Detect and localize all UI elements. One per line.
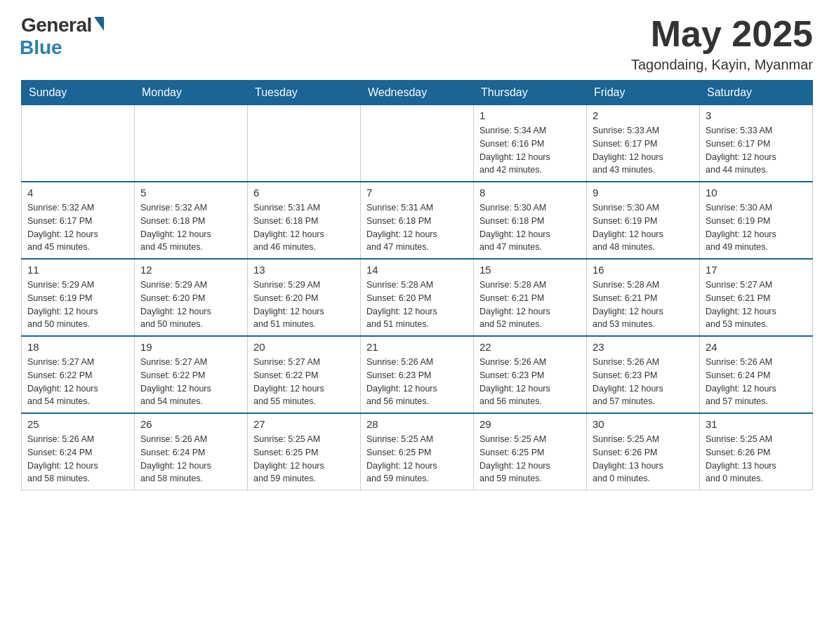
calendar-cell: 8Sunrise: 5:30 AM Sunset: 6:18 PM Daylig… xyxy=(474,182,587,259)
day-number: 24 xyxy=(706,341,807,353)
calendar-cell: 13Sunrise: 5:29 AM Sunset: 6:20 PM Dayli… xyxy=(248,259,361,336)
calendar-cell xyxy=(248,105,361,182)
calendar-cell: 19Sunrise: 5:27 AM Sunset: 6:22 PM Dayli… xyxy=(135,336,248,413)
calendar-cell: 17Sunrise: 5:27 AM Sunset: 6:21 PM Dayli… xyxy=(700,259,813,336)
calendar-cell xyxy=(22,105,135,182)
calendar-week-row: 11Sunrise: 5:29 AM Sunset: 6:19 PM Dayli… xyxy=(22,259,813,336)
day-info: Sunrise: 5:25 AM Sunset: 6:26 PM Dayligh… xyxy=(593,433,694,485)
calendar-cell: 23Sunrise: 5:26 AM Sunset: 6:23 PM Dayli… xyxy=(587,336,700,413)
day-number: 4 xyxy=(27,187,128,199)
day-info: Sunrise: 5:28 AM Sunset: 6:21 PM Dayligh… xyxy=(593,279,694,331)
day-info: Sunrise: 5:27 AM Sunset: 6:22 PM Dayligh… xyxy=(140,356,241,408)
calendar-cell: 7Sunrise: 5:31 AM Sunset: 6:18 PM Daylig… xyxy=(361,182,474,259)
day-info: Sunrise: 5:31 AM Sunset: 6:18 PM Dayligh… xyxy=(366,201,468,254)
calendar-cell: 12Sunrise: 5:29 AM Sunset: 6:20 PM Dayli… xyxy=(135,259,248,336)
calendar-week-row: 25Sunrise: 5:26 AM Sunset: 6:24 PM Dayli… xyxy=(22,413,813,490)
calendar-cell: 10Sunrise: 5:30 AM Sunset: 6:19 PM Dayli… xyxy=(700,182,813,259)
day-info: Sunrise: 5:29 AM Sunset: 6:19 PM Dayligh… xyxy=(27,279,128,331)
calendar-week-row: 18Sunrise: 5:27 AM Sunset: 6:22 PM Dayli… xyxy=(22,336,813,413)
day-info: Sunrise: 5:26 AM Sunset: 6:24 PM Dayligh… xyxy=(27,433,128,485)
calendar-cell: 26Sunrise: 5:26 AM Sunset: 6:24 PM Dayli… xyxy=(135,413,248,490)
day-number: 11 xyxy=(27,264,128,276)
day-number: 30 xyxy=(593,418,694,430)
day-info: Sunrise: 5:32 AM Sunset: 6:18 PM Dayligh… xyxy=(140,201,241,254)
day-number: 2 xyxy=(593,109,694,121)
logo-triangle-icon xyxy=(94,17,104,31)
day-info: Sunrise: 5:26 AM Sunset: 6:23 PM Dayligh… xyxy=(479,356,581,408)
day-info: Sunrise: 5:30 AM Sunset: 6:19 PM Dayligh… xyxy=(593,201,694,254)
calendar-cell: 16Sunrise: 5:28 AM Sunset: 6:21 PM Dayli… xyxy=(587,259,700,336)
calendar-cell: 27Sunrise: 5:25 AM Sunset: 6:25 PM Dayli… xyxy=(248,413,361,490)
day-number: 15 xyxy=(479,264,581,276)
day-info: Sunrise: 5:26 AM Sunset: 6:24 PM Dayligh… xyxy=(140,433,241,485)
day-info: Sunrise: 5:27 AM Sunset: 6:22 PM Dayligh… xyxy=(27,356,128,408)
logo: General Blue xyxy=(21,14,104,59)
location-text: Tagondaing, Kayin, Myanmar xyxy=(631,57,813,73)
day-info: Sunrise: 5:28 AM Sunset: 6:21 PM Dayligh… xyxy=(479,279,581,331)
day-number: 12 xyxy=(140,264,241,276)
day-info: Sunrise: 5:25 AM Sunset: 6:26 PM Dayligh… xyxy=(706,433,807,485)
day-info: Sunrise: 5:30 AM Sunset: 6:19 PM Dayligh… xyxy=(706,201,807,254)
calendar-cell: 15Sunrise: 5:28 AM Sunset: 6:21 PM Dayli… xyxy=(474,259,587,336)
calendar-week-row: 4Sunrise: 5:32 AM Sunset: 6:17 PM Daylig… xyxy=(22,182,813,259)
day-number: 10 xyxy=(706,187,807,199)
day-number: 14 xyxy=(366,264,468,276)
day-number: 9 xyxy=(593,187,694,199)
calendar-cell: 3Sunrise: 5:33 AM Sunset: 6:17 PM Daylig… xyxy=(700,105,813,182)
day-number: 27 xyxy=(253,418,355,430)
day-info: Sunrise: 5:34 AM Sunset: 6:16 PM Dayligh… xyxy=(479,124,581,177)
calendar-cell: 28Sunrise: 5:25 AM Sunset: 6:25 PM Dayli… xyxy=(361,413,474,490)
column-header-tuesday: Tuesday xyxy=(248,81,361,105)
day-info: Sunrise: 5:31 AM Sunset: 6:18 PM Dayligh… xyxy=(253,201,355,254)
day-number: 5 xyxy=(140,187,241,199)
column-header-saturday: Saturday xyxy=(700,81,813,105)
calendar-table: SundayMondayTuesdayWednesdayThursdayFrid… xyxy=(21,80,813,490)
day-number: 17 xyxy=(706,264,807,276)
column-header-friday: Friday xyxy=(587,81,700,105)
day-number: 13 xyxy=(253,264,355,276)
day-number: 18 xyxy=(27,341,128,353)
calendar-cell: 25Sunrise: 5:26 AM Sunset: 6:24 PM Dayli… xyxy=(22,413,135,490)
day-info: Sunrise: 5:26 AM Sunset: 6:23 PM Dayligh… xyxy=(366,356,468,408)
day-info: Sunrise: 5:25 AM Sunset: 6:25 PM Dayligh… xyxy=(366,433,468,485)
day-info: Sunrise: 5:33 AM Sunset: 6:17 PM Dayligh… xyxy=(706,124,807,177)
calendar-cell: 30Sunrise: 5:25 AM Sunset: 6:26 PM Dayli… xyxy=(587,413,700,490)
calendar-cell xyxy=(135,105,248,182)
calendar-cell: 29Sunrise: 5:25 AM Sunset: 6:25 PM Dayli… xyxy=(474,413,587,490)
calendar-cell: 24Sunrise: 5:26 AM Sunset: 6:24 PM Dayli… xyxy=(700,336,813,413)
day-number: 7 xyxy=(366,187,468,199)
column-header-monday: Monday xyxy=(135,81,248,105)
logo-blue-text: Blue xyxy=(20,36,62,59)
day-number: 25 xyxy=(27,418,128,430)
day-number: 22 xyxy=(479,341,581,353)
logo-general-text: General xyxy=(21,14,92,36)
calendar-header-row: SundayMondayTuesdayWednesdayThursdayFrid… xyxy=(22,81,813,105)
day-number: 8 xyxy=(479,187,581,199)
day-number: 1 xyxy=(479,109,581,121)
day-info: Sunrise: 5:30 AM Sunset: 6:18 PM Dayligh… xyxy=(479,201,581,254)
month-year-title: May 2025 xyxy=(631,14,813,54)
calendar-cell: 11Sunrise: 5:29 AM Sunset: 6:19 PM Dayli… xyxy=(22,259,135,336)
calendar-cell: 14Sunrise: 5:28 AM Sunset: 6:20 PM Dayli… xyxy=(361,259,474,336)
day-info: Sunrise: 5:25 AM Sunset: 6:25 PM Dayligh… xyxy=(479,433,581,485)
day-number: 6 xyxy=(253,187,355,199)
day-info: Sunrise: 5:33 AM Sunset: 6:17 PM Dayligh… xyxy=(593,124,694,177)
title-section: May 2025 Tagondaing, Kayin, Myanmar xyxy=(631,14,813,73)
calendar-cell: 22Sunrise: 5:26 AM Sunset: 6:23 PM Dayli… xyxy=(474,336,587,413)
calendar-cell: 9Sunrise: 5:30 AM Sunset: 6:19 PM Daylig… xyxy=(587,182,700,259)
day-number: 16 xyxy=(593,264,694,276)
day-number: 19 xyxy=(140,341,241,353)
calendar-cell: 5Sunrise: 5:32 AM Sunset: 6:18 PM Daylig… xyxy=(135,182,248,259)
calendar-cell: 20Sunrise: 5:27 AM Sunset: 6:22 PM Dayli… xyxy=(248,336,361,413)
day-info: Sunrise: 5:27 AM Sunset: 6:22 PM Dayligh… xyxy=(253,356,355,408)
calendar-cell: 31Sunrise: 5:25 AM Sunset: 6:26 PM Dayli… xyxy=(700,413,813,490)
calendar-cell: 21Sunrise: 5:26 AM Sunset: 6:23 PM Dayli… xyxy=(361,336,474,413)
day-info: Sunrise: 5:26 AM Sunset: 6:24 PM Dayligh… xyxy=(706,356,807,408)
column-header-sunday: Sunday xyxy=(22,81,135,105)
day-info: Sunrise: 5:27 AM Sunset: 6:21 PM Dayligh… xyxy=(706,279,807,331)
day-number: 21 xyxy=(366,341,468,353)
calendar-cell: 2Sunrise: 5:33 AM Sunset: 6:17 PM Daylig… xyxy=(587,105,700,182)
day-info: Sunrise: 5:26 AM Sunset: 6:23 PM Dayligh… xyxy=(593,356,694,408)
day-number: 20 xyxy=(253,341,355,353)
day-info: Sunrise: 5:28 AM Sunset: 6:20 PM Dayligh… xyxy=(366,279,468,331)
